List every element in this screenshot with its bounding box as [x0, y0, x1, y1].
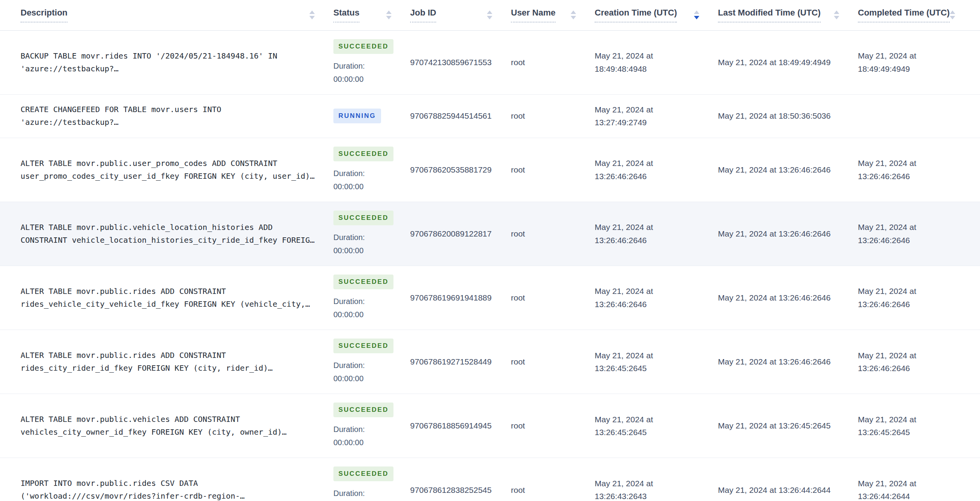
table-row: ALTER TABLE movr.public.vehicles ADD CON… — [0, 394, 980, 458]
job-description-link[interactable]: IMPORT INTO movr.public.rides CSV DATA (… — [21, 479, 245, 501]
user-name-cell: root — [511, 458, 595, 501]
status-badge: SUCCEEDED — [333, 211, 393, 225]
column-header-creation-time[interactable]: Creation Time (UTC) — [595, 0, 718, 30]
last-modified-time-cell: May 21, 2024 at 13:26:46:2646 — [718, 138, 858, 202]
last-modified-time-cell: May 21, 2024 at 13:26:44:2644 — [718, 458, 858, 501]
sort-icon[interactable] — [571, 10, 576, 19]
column-header-status[interactable]: Status — [333, 0, 410, 30]
creation-time-cell: May 21, 2024 at 13:26:46:2646 — [595, 202, 718, 266]
job-duration: Duration: 00:00:00 — [333, 167, 395, 193]
column-header-job-id[interactable]: Job ID — [410, 0, 511, 30]
table-row: ALTER TABLE movr.public.rides ADD CONSTR… — [0, 330, 980, 394]
job-id-cell: 970678618856914945 — [410, 394, 511, 458]
status-badge: SUCCEEDED — [333, 275, 393, 289]
jobs-table-header: Description Status Job ID User Name — [0, 0, 980, 30]
last-modified-time-cell: May 21, 2024 at 13:26:46:2646 — [718, 202, 858, 266]
sort-icon[interactable] — [487, 10, 492, 19]
status-cell: SUCCEEDED Duration: 00:00:00 — [333, 138, 410, 202]
table-row: BACKUP TABLE movr.rides INTO '/2024/05/2… — [0, 30, 980, 94]
job-duration: Duration: 00:00:00 — [333, 423, 395, 449]
column-label: User Name — [511, 8, 556, 22]
last-modified-time-cell: May 21, 2024 at 13:26:45:2645 — [718, 394, 858, 458]
sort-icon[interactable] — [834, 10, 839, 19]
job-description-link[interactable]: ALTER TABLE movr.public.vehicle_location… — [21, 223, 315, 245]
user-name-cell: root — [511, 266, 595, 330]
completed-time-cell: May 21, 2024 at 13:26:45:2645 — [858, 394, 980, 458]
table-row: ALTER TABLE movr.public.user_promo_codes… — [0, 138, 980, 202]
completed-time-cell: May 21, 2024 at 13:26:44:2644 — [858, 458, 980, 501]
creation-time-cell: May 21, 2024 at 13:26:46:2646 — [595, 138, 718, 202]
description-cell: BACKUP TABLE movr.rides INTO '/2024/05/2… — [0, 30, 333, 94]
sort-icon[interactable] — [386, 10, 392, 19]
creation-time-cell: May 21, 2024 at 13:26:45:2645 — [595, 394, 718, 458]
table-row: ALTER TABLE movr.public.vehicle_location… — [0, 202, 980, 266]
last-modified-time-cell: May 21, 2024 at 13:26:46:2646 — [718, 266, 858, 330]
jobs-table-body: BACKUP TABLE movr.rides INTO '/2024/05/2… — [0, 30, 980, 501]
completed-time-cell: May 21, 2024 at 18:49:49:4949 — [858, 30, 980, 94]
job-id-cell: 970678619691941889 — [410, 266, 511, 330]
last-modified-time-cell: May 21, 2024 at 13:26:46:2646 — [718, 330, 858, 394]
completed-time-cell: May 21, 2024 at 13:26:46:2646 — [858, 202, 980, 266]
job-duration: Duration: 00:00:00 — [333, 295, 395, 321]
creation-time-cell: May 21, 2024 at 13:26:46:2646 — [595, 266, 718, 330]
user-name-cell: root — [511, 30, 595, 94]
sort-icon[interactable] — [309, 10, 315, 19]
job-id-cell: 970678825944514561 — [410, 94, 511, 138]
job-id-cell: 970742130859671553 — [410, 30, 511, 94]
completed-time-cell: May 21, 2024 at 13:26:46:2646 — [858, 266, 980, 330]
job-id-cell: 970678620535881729 — [410, 138, 511, 202]
status-badge: SUCCEEDED — [333, 339, 393, 353]
last-modified-time-cell: May 21, 2024 at 18:50:36:5036 — [718, 94, 858, 138]
status-badge: SUCCEEDED — [333, 147, 393, 161]
last-modified-time-cell: May 21, 2024 at 18:49:49:4949 — [718, 30, 858, 94]
creation-time-cell: May 21, 2024 at 13:27:49:2749 — [595, 94, 718, 138]
column-label: Job ID — [410, 8, 436, 22]
creation-time-cell: May 21, 2024 at 18:49:48:4948 — [595, 30, 718, 94]
description-cell: ALTER TABLE movr.public.vehicles ADD CON… — [0, 394, 333, 458]
user-name-cell: root — [511, 394, 595, 458]
description-cell: ALTER TABLE movr.public.rides ADD CONSTR… — [0, 330, 333, 394]
status-badge: RUNNING — [333, 109, 381, 123]
user-name-cell: root — [511, 138, 595, 202]
status-cell: SUCCEEDED Duration: 00:00:00 — [333, 394, 410, 458]
status-cell: RUNNING — [333, 94, 410, 138]
user-name-cell: root — [511, 94, 595, 138]
column-header-completed-time[interactable]: Completed Time (UTC) — [858, 0, 980, 30]
description-cell: ALTER TABLE movr.public.vehicle_location… — [0, 202, 333, 266]
column-header-description[interactable]: Description — [0, 0, 333, 30]
job-description-link[interactable]: ALTER TABLE movr.public.rides ADD CONSTR… — [21, 351, 273, 373]
job-duration: Duration: 00:00:00 — [333, 59, 395, 86]
job-description-link[interactable]: CREATE CHANGEFEED FOR TABLE movr.users I… — [21, 105, 221, 127]
status-cell: SUCCEEDED Duration: 00:00:00 — [333, 202, 410, 266]
job-description-link[interactable]: BACKUP TABLE movr.rides INTO '/2024/05/2… — [21, 51, 277, 73]
user-name-cell: root — [511, 202, 595, 266]
column-header-user-name[interactable]: User Name — [511, 0, 595, 30]
description-cell: ALTER TABLE movr.public.rides ADD CONSTR… — [0, 266, 333, 330]
column-label: Status — [333, 8, 359, 22]
sort-icon-active-desc[interactable] — [694, 10, 699, 19]
job-duration: Duration: 00:00:00 — [333, 231, 395, 257]
status-cell: SUCCEEDED Duration: 00:00:00 — [333, 458, 410, 501]
column-label: Description — [21, 8, 67, 22]
description-cell: CREATE CHANGEFEED FOR TABLE movr.users I… — [0, 94, 333, 138]
status-cell: SUCCEEDED Duration: 00:00:00 — [333, 330, 410, 394]
job-id-cell: 970678612838252545 — [410, 458, 511, 501]
status-cell: SUCCEEDED Duration: 00:00:00 — [333, 266, 410, 330]
column-label: Last Modified Time (UTC) — [718, 8, 821, 22]
creation-time-cell: May 21, 2024 at 13:26:43:2643 — [595, 458, 718, 501]
job-duration: Duration: 00:00:00 — [333, 359, 395, 385]
table-row: ALTER TABLE movr.public.rides ADD CONSTR… — [0, 266, 980, 330]
table-row: IMPORT INTO movr.public.rides CSV DATA (… — [0, 458, 980, 501]
column-label: Completed Time (UTC) — [858, 8, 950, 22]
table-row: CREATE CHANGEFEED FOR TABLE movr.users I… — [0, 94, 980, 138]
status-cell: SUCCEEDED Duration: 00:00:00 — [333, 30, 410, 94]
column-header-last-modified-time[interactable]: Last Modified Time (UTC) — [718, 0, 858, 30]
job-id-cell: 970678620089122817 — [410, 202, 511, 266]
completed-time-cell — [858, 94, 980, 138]
job-description-link[interactable]: ALTER TABLE movr.public.vehicles ADD CON… — [21, 415, 286, 437]
description-cell: IMPORT INTO movr.public.rides CSV DATA (… — [0, 458, 333, 501]
job-description-link[interactable]: ALTER TABLE movr.public.rides ADD CONSTR… — [21, 287, 310, 309]
sort-icon[interactable] — [950, 10, 955, 19]
creation-time-cell: May 21, 2024 at 13:26:45:2645 — [595, 330, 718, 394]
job-description-link[interactable]: ALTER TABLE movr.public.user_promo_codes… — [21, 159, 315, 181]
